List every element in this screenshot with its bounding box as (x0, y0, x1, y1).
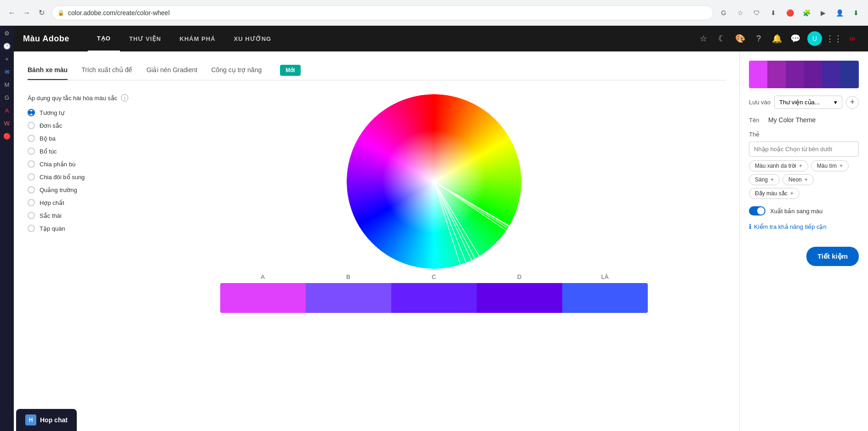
radio-split-comp[interactable]: Chia phần bù (28, 160, 128, 168)
radio-label-split: Chia phần bù (40, 161, 75, 168)
forward-button[interactable]: → (20, 6, 33, 19)
color-bar-la[interactable] (562, 283, 648, 313)
creative-cloud-icon[interactable]: ∞ (846, 32, 859, 45)
save-button[interactable]: Tiết kiệm (806, 247, 859, 266)
apps-icon[interactable]: ⋮⋮ (828, 32, 840, 45)
save-section: Lưu vào Thư viện của... ▾ + (749, 96, 859, 109)
info-icon[interactable]: i (121, 94, 128, 102)
back-button[interactable]: ← (6, 6, 18, 19)
tab-gradient[interactable]: Giải nén Gradient (146, 61, 197, 80)
tag-label: Thẻ (749, 131, 859, 138)
address-bar[interactable]: 🔒 color.adobe.com/create/color-wheel (51, 6, 714, 20)
media-icon[interactable]: ▶ (817, 6, 829, 19)
add-button[interactable]: + (846, 96, 859, 109)
top-nav-right: ☆ ☾ 🎨 ? 🔔 💬 U ⋮⋮ ∞ (697, 31, 859, 46)
adobe-icon[interactable]: A (1, 105, 12, 116)
tag-chip-neon[interactable]: Neon + (782, 174, 814, 185)
mail-icon[interactable]: ✉ (1, 66, 12, 77)
tag-chip-blue-plus: + (799, 163, 802, 169)
color-bar-c[interactable] (391, 283, 477, 313)
settings-icon[interactable]: ⚙ (1, 28, 12, 39)
radio-monochromatic[interactable]: Đơn sắc (28, 122, 128, 129)
help-icon[interactable]: ? (752, 32, 765, 45)
wheel-section: A B C D LÀ (142, 94, 725, 313)
nav-library[interactable]: THƯ VIỆN (120, 26, 171, 51)
swatch-label-a: A (220, 273, 306, 280)
office-icon[interactable]: M (1, 79, 12, 90)
radio-analogous[interactable]: Tương tự (28, 109, 128, 116)
radio-compound[interactable]: Hợp chất (28, 199, 128, 206)
notification-icon[interactable]: 🔔 (771, 32, 783, 45)
tag-chips: Màu xanh da trời + Màu tím + Sáng + (749, 160, 859, 199)
notif-icon[interactable]: 🔴 (1, 130, 12, 142)
theme-icon[interactable]: ☾ (715, 32, 728, 45)
nav-trends[interactable]: XU HƯỚNG (225, 26, 281, 51)
color-wheel-icon[interactable]: 🎨 (734, 32, 747, 45)
save-dropdown[interactable]: Thư viện của... ▾ (774, 96, 842, 109)
tag-chip-bright-label: Sáng (755, 176, 768, 183)
vpn-icon[interactable]: 🛡 (750, 6, 763, 19)
office2-icon[interactable]: W (1, 118, 12, 129)
tag-input[interactable] (749, 142, 859, 157)
radio-double-split[interactable]: Chia đôi bổ sung (28, 173, 128, 181)
tag-chip-neon-plus: + (805, 176, 808, 183)
radio-label-mono: Đơn sắc (40, 122, 62, 129)
counter-icon[interactable]: 🔴 (783, 6, 796, 19)
save-button-container: Tiết kiệm (749, 247, 859, 266)
top-nav-links: TẠO THƯ VIỆN KHÁM PHÁ XU HƯỚNG (88, 26, 697, 51)
color-bar-d[interactable] (477, 283, 562, 313)
tag-chip-purple[interactable]: Màu tím + (811, 160, 849, 171)
swatch-labels-row: A B C D LÀ (220, 273, 648, 313)
star-icon[interactable]: ☆ (697, 32, 710, 45)
toggle-knob (757, 207, 765, 215)
access-link[interactable]: ℹ Kiểm tra khả năng tiếp cận (749, 223, 859, 230)
color-bar-a[interactable] (220, 283, 306, 313)
nav-explore[interactable]: KHÁM PHÁ (171, 26, 225, 51)
refresh-button[interactable]: ↻ (35, 6, 48, 19)
radio-square[interactable]: Quảng trường (28, 186, 128, 193)
radio-label-square: Quảng trường (40, 187, 77, 193)
radio-triad[interactable]: Bộ ba (28, 135, 128, 142)
extensions-icon[interactable]: 🧩 (800, 6, 813, 19)
tag-chip-bright[interactable]: Sáng + (749, 174, 780, 185)
plus-icon[interactable]: + (1, 53, 12, 64)
user-avatar[interactable]: U (807, 31, 822, 46)
swatch-label-la: LÀ (562, 273, 648, 280)
nav-create[interactable]: TẠO (88, 26, 120, 51)
google-icon[interactable]: G (1, 92, 12, 103)
harmony-title: Áp dụng quy tắc hài hòa màu sắc i (28, 94, 128, 102)
top-nav: Màu Adobe TẠO THƯ VIỆN KHÁM PHÁ XU HƯỚNG… (14, 26, 868, 51)
tab-extract-theme[interactable]: Trích xuất chủ đề (81, 61, 132, 80)
name-field-row: Tên My Color Theme (749, 116, 859, 124)
tab-color-wheel[interactable]: Bánh xe màu (28, 61, 68, 80)
radio-shades[interactable]: Sắc thái (28, 212, 128, 219)
toggle-label: Xuất bản sang màu (770, 208, 822, 215)
color-wheel-container[interactable] (347, 94, 521, 269)
name-value: My Color Theme (768, 116, 816, 124)
radio-circle-mono (28, 122, 35, 129)
download-alt-icon[interactable]: ⬇ (767, 6, 780, 19)
chat-icon[interactable]: 💬 (789, 32, 802, 45)
hop-chat-widget[interactable]: H Hop chat (16, 409, 77, 431)
tab-accessibility[interactable]: Công cụ trợ năng (211, 61, 262, 80)
bookmark-icon[interactable]: ☆ (734, 6, 747, 19)
tag-chip-blue[interactable]: Màu xanh da trời + (749, 160, 808, 171)
radio-custom[interactable]: Tập quán (28, 225, 128, 232)
tag-chip-colorful[interactable]: Đầy màu sắc + (749, 188, 799, 199)
publish-toggle[interactable] (749, 206, 765, 216)
profile-icon[interactable]: 👤 (833, 6, 846, 19)
save-dropdown-text: Thư viện của... (779, 99, 820, 106)
color-wheel-svg[interactable] (347, 94, 521, 269)
radio-circle-compound (28, 199, 35, 206)
download-icon[interactable]: ⬇ (850, 6, 862, 19)
theme-swatch-4 (804, 61, 822, 88)
radio-label-compound: Hợp chất (40, 199, 64, 206)
radio-list: Tương tự Đơn sắc Bộ ba (28, 109, 128, 232)
translate-icon[interactable]: G (717, 6, 730, 19)
brand-logo: Màu Adobe (23, 34, 69, 44)
radio-complementary[interactable]: Bổ túc (28, 147, 128, 155)
tag-chip-blue-label: Màu xanh da trời (755, 163, 796, 169)
history-icon[interactable]: 🕐 (1, 40, 12, 51)
name-label: Tên (749, 117, 763, 124)
color-bar-b[interactable] (306, 283, 391, 313)
